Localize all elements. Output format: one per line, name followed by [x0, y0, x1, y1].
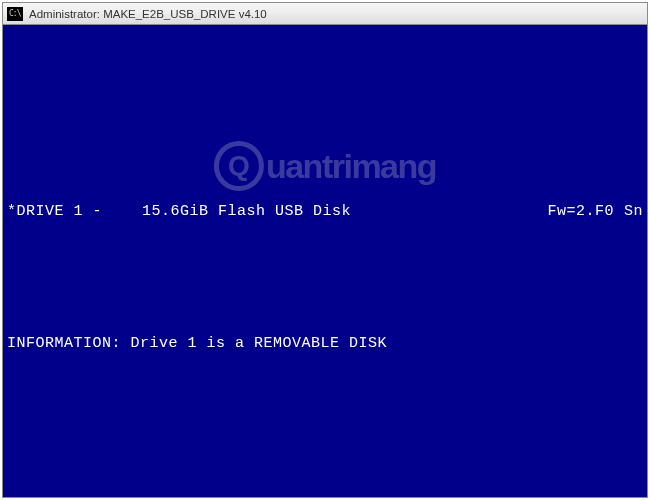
blank-line	[3, 135, 647, 157]
drive-firmware: Fw=2.F0	[547, 201, 624, 223]
cmd-window: C:\ Administrator: MAKE_E2B_USB_DRIVE v4…	[2, 2, 648, 498]
window-title: Administrator: MAKE_E2B_USB_DRIVE v4.10	[29, 8, 267, 20]
drive-label: *DRIVE 1 -	[7, 201, 102, 223]
console-output[interactable]: *DRIVE 1 - 15.6GiB Flash USB Disk Fw=2.F…	[3, 25, 647, 500]
blank-line	[3, 69, 647, 91]
info-line: INFORMATION: Drive 1 is a REMOVABLE DISK	[3, 333, 647, 355]
window-titlebar[interactable]: C:\ Administrator: MAKE_E2B_USB_DRIVE v4…	[3, 3, 647, 25]
blank-line	[3, 399, 647, 421]
cmd-icon: C:\	[7, 7, 23, 21]
drive-serial: Sn	[624, 201, 643, 223]
drive-size: 15.6GiB Flash USB Disk	[142, 201, 351, 223]
blank-line	[3, 465, 647, 487]
blank-line	[3, 267, 647, 289]
drive-info-line: *DRIVE 1 - 15.6GiB Flash USB Disk Fw=2.F…	[3, 201, 647, 223]
